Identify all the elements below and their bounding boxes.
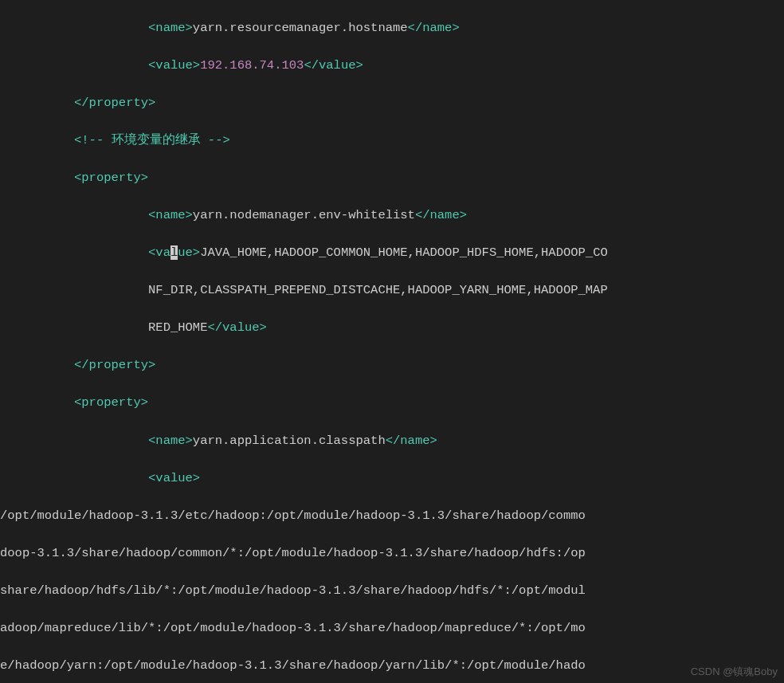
env-whitelist-value: JAVA_HOME,HADOOP_COMMON_HOME,HADOOP_HDFS… <box>200 245 608 260</box>
close-property: </property> <box>74 96 155 110</box>
classpath-value: /opt/module/hadoop-3.1.3/etc/hadoop:/opt… <box>0 508 586 523</box>
name-tag: <name> <box>148 21 193 35</box>
open-property: <property> <box>74 171 148 185</box>
config-name: yarn.resourcemanager.hostname <box>193 21 408 35</box>
config-name: yarn.application.classpath <box>193 434 386 448</box>
value-tag: <value> <box>148 58 200 73</box>
config-name: yarn.nodemanager.env-whitelist <box>193 208 415 222</box>
code-editor[interactable]: <name>yarn.resourcemanager.hostname</nam… <box>0 0 784 683</box>
ip-address: 192.168.74.103 <box>200 58 304 73</box>
watermark-text: CSDN @镇魂Boby <box>691 664 778 680</box>
xml-comment: <!-- 环境变量的继承 --> <box>74 133 230 147</box>
text-cursor: l <box>171 245 178 260</box>
